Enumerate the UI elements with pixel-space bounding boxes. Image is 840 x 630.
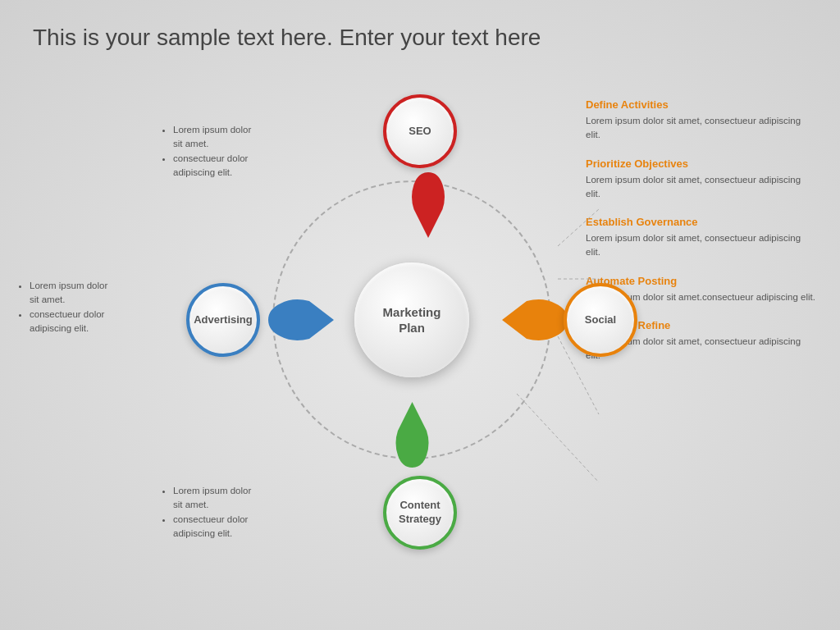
annotation-define-title: Define Activities (586, 98, 815, 111)
annotation-governance: Establish Governance Lorem ipsum dolor s… (586, 216, 815, 260)
bullet-box-top: Lorem ipsum dolorsit amet. consectueur d… (160, 123, 251, 180)
bullet-left-1: Lorem ipsum dolorsit amet. (30, 279, 107, 308)
adv-connector-shape (264, 297, 338, 343)
center-label: MarketingPlan (383, 304, 441, 336)
annotation-prioritize: Prioritize Objectives Lorem ipsum dolor … (586, 158, 815, 202)
annotation-prioritize-text: Lorem ipsum dolor sit amet, consectueur … (586, 173, 815, 202)
annotation-governance-text: Lorem ipsum dolor sit amet, consectueur … (586, 231, 815, 260)
diagram-area: MarketingPlan SEO Advertising (0, 82, 840, 591)
svg-line-4 (517, 394, 599, 482)
content-connector-shape (390, 398, 435, 472)
page-title: This is your sample text here. Enter you… (33, 25, 807, 51)
annotation-governance-title: Establish Governance (586, 216, 815, 228)
seo-connector-shape (406, 168, 451, 242)
center-circle: MarketingPlan (354, 262, 469, 377)
social-circle: Social (555, 275, 646, 365)
bullet-box-bottom: Lorem ipsum dolorsit amet. consectueur d… (160, 484, 251, 541)
slide: This is your sample text here. Enter you… (0, 0, 840, 630)
annotation-prioritize-title: Prioritize Objectives (586, 158, 815, 170)
social-label: Social (585, 313, 616, 327)
advertising-circle: Advertising (178, 275, 268, 365)
bullet-bottom-2: consectueur doloradipiscing elit. (173, 513, 251, 541)
bullet-box-left: Lorem ipsum dolorsit amet. consectueur d… (16, 279, 107, 336)
bullet-top-1: Lorem ipsum dolorsit amet. (173, 123, 251, 152)
advertising-label: Advertising (194, 313, 253, 327)
annotation-define-text: Lorem ipsum dolor sit amet, consectueur … (586, 114, 815, 143)
bullet-top-2: consectueur doloradipiscing elit. (173, 152, 251, 180)
bullet-left-2: consectueur doloradipiscing elit. (30, 308, 107, 336)
annotation-define-activities: Define Activities Lorem ipsum dolor sit … (586, 98, 815, 143)
content-circle: ContentStrategy (375, 468, 465, 558)
bullet-bottom-1: Lorem ipsum dolorsit amet. (173, 484, 251, 513)
seo-label: SEO (409, 125, 431, 139)
content-label: ContentStrategy (399, 499, 441, 527)
seo-circle: SEO (375, 86, 465, 176)
